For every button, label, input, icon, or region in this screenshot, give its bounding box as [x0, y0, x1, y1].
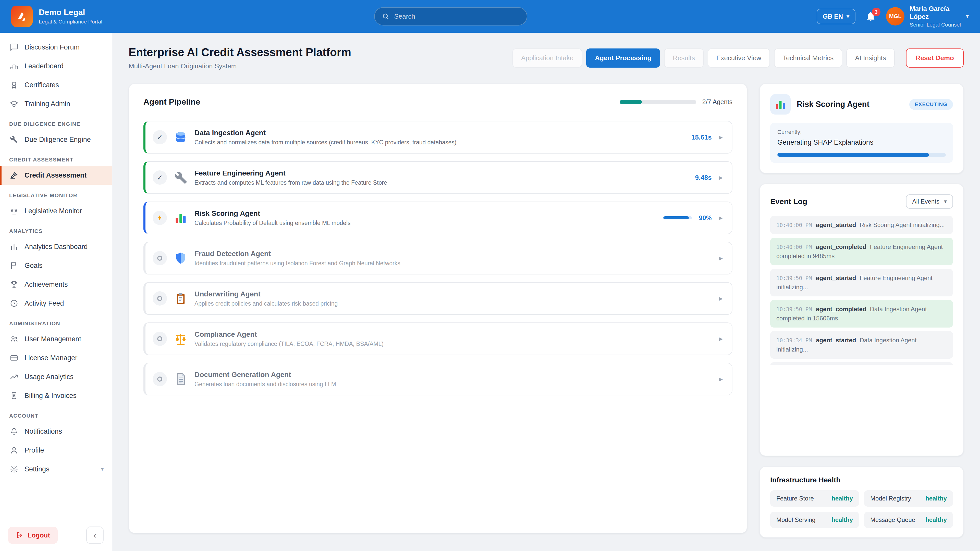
chevron-down-icon: ▾ [846, 13, 850, 20]
event-type: agent_started [816, 275, 856, 281]
tab-results[interactable]: Results [664, 48, 703, 68]
user-menu[interactable]: MGL María García López Senior Legal Coun… [886, 5, 969, 28]
event-filter-select[interactable]: All Events ▾ [906, 194, 953, 209]
sidebar-item-leaderboard[interactable]: Leaderboard [0, 57, 112, 76]
agent-row-risk-scoring[interactable]: Risk Scoring Agent Calculates Probabilit… [143, 202, 732, 234]
sidebar-item-license-manager[interactable]: License Manager [0, 348, 112, 367]
user-text: María García López Senior Legal Counsel [910, 5, 961, 28]
status-pending-icon [153, 332, 167, 346]
agent-row-compliance[interactable]: Compliance Agent Validates regulatory co… [143, 322, 732, 355]
sidebar-item-legislative-monitor[interactable]: Legislative Monitor [0, 202, 112, 221]
tab-ai-insights[interactable]: AI Insights [846, 48, 894, 68]
agent-row-document-generation[interactable]: Document Generation Agent Generates loan… [143, 363, 732, 395]
event-message: Risk Scoring Agent initializing... [859, 221, 945, 228]
sidebar-item-analytics-dashboard[interactable]: Analytics Dashboard [0, 237, 112, 256]
agent-description: Validates regulatory compliance (TILA, E… [194, 341, 383, 348]
agent-description: Extracts and computes ML features from r… [194, 179, 387, 186]
language-selector[interactable]: GB EN ▾ [817, 9, 856, 24]
forum-icon [10, 43, 18, 52]
sidebar-item-user-management[interactable]: User Management [0, 330, 112, 348]
chevron-down-icon: ▾ [944, 198, 947, 205]
training-icon [10, 100, 18, 108]
event-time: 10:39:50 PM [776, 306, 812, 313]
sidebar-item-label: Notifications [24, 427, 62, 435]
event-filter-value: All Events [912, 198, 939, 205]
tab-agent-processing[interactable]: Agent Processing [586, 48, 660, 68]
event-type: agent_started [816, 337, 856, 344]
sidebar-item-goals[interactable]: Goals [0, 256, 112, 275]
sidebar-item-notifications[interactable]: Notifications [0, 422, 112, 441]
agent-description: Collects and normalizes data from multip… [194, 139, 457, 146]
sidebar-item-label: Profile [24, 446, 44, 454]
agent-progress-track [663, 216, 692, 219]
expand-row-icon[interactable]: ▶ [719, 175, 723, 181]
infra-status: healthy [832, 516, 853, 524]
database-icon [174, 130, 187, 144]
agent-name: Fraud Detection Agent [194, 250, 401, 258]
infra-label: Model Registry [870, 495, 911, 502]
tab-technical-metrics[interactable]: Technical Metrics [774, 48, 842, 68]
sidebar-item-discussion-forum[interactable]: Discussion Forum [0, 38, 112, 57]
agent-duration: 15.61s [691, 133, 712, 141]
agent-info: Feature Engineering Agent Extracts and c… [194, 169, 387, 186]
sidebar-item-profile[interactable]: Profile [0, 441, 112, 460]
event-time: 10:40:00 PM [776, 244, 812, 250]
status-pending-icon [153, 372, 167, 386]
sidebar-item-billing-invoices[interactable]: Billing & Invoices [0, 386, 112, 405]
search-input[interactable] [394, 13, 520, 21]
agent-info: Risk Scoring Agent Calculates Probabilit… [194, 210, 351, 227]
expand-row-icon[interactable]: ▶ [719, 336, 723, 342]
sidebar-item-achievements[interactable]: Achievements [0, 275, 112, 294]
trend-icon [10, 372, 18, 381]
sidebar-collapse-button[interactable]: ‹ [86, 527, 103, 544]
sidebar-item-credit-assessment[interactable]: Credit Assessment [0, 166, 112, 185]
event-log-card: Event Log All Events ▾ 10:40:00 PMagent_… [759, 184, 964, 456]
sidebar-section-title: DUE DILIGENCE ENGINE [0, 113, 112, 130]
agent-progress-fill [663, 216, 689, 219]
event-list[interactable]: 10:40:00 PMagent_startedRisk Scoring Age… [770, 216, 953, 365]
infra-label: Message Queue [870, 516, 915, 524]
chevron-down-icon: ▾ [101, 466, 103, 472]
infra-label: Feature Store [776, 495, 814, 502]
sidebar-nav: Discussion Forum Leaderboard Certificate… [0, 33, 112, 519]
sidebar-item-due-diligence-engine[interactable]: Due Diligence Engine [0, 130, 112, 149]
status-pending-icon [153, 251, 167, 265]
user-name: María García López [910, 5, 956, 21]
sidebar-section-title: ANALYTICS [0, 221, 112, 237]
expand-row-icon[interactable]: ▶ [719, 134, 723, 140]
sidebar-item-training-admin[interactable]: Training Admin [0, 94, 112, 113]
event-time: 10:39:50 PM [776, 275, 812, 281]
card-icon [10, 354, 18, 362]
logout-button[interactable]: Logout [8, 527, 58, 544]
sidebar-item-label: Usage Analytics [24, 373, 73, 381]
search-bar[interactable] [374, 7, 527, 25]
brand[interactable]: Demo Legal Legal & Compliance Portal [11, 6, 102, 27]
page-header: Enterprise AI Credit Assessment Platform… [129, 46, 964, 70]
sidebar-item-settings[interactable]: Settings ▾ [0, 460, 112, 478]
event-row: 10:40:00 PMagent_completedFeature Engine… [770, 238, 953, 265]
language-label: GB EN [823, 13, 843, 20]
agent-row-underwriting[interactable]: Underwriting Agent Applies credit polici… [143, 282, 732, 315]
tab-executive-view[interactable]: Executive View [708, 48, 770, 68]
agent-description: Identifies fraudulent patterns using Iso… [194, 260, 401, 267]
tab-application-intake[interactable]: Application Intake [512, 48, 582, 68]
agent-row-fraud-detection[interactable]: Fraud Detection Agent Identifies fraudul… [143, 242, 732, 275]
sidebar-item-usage-analytics[interactable]: Usage Analytics [0, 367, 112, 386]
sidebar-item-activity-feed[interactable]: Activity Feed [0, 294, 112, 313]
notifications-button[interactable]: 3 [865, 11, 876, 21]
event-log-header: Event Log All Events ▾ [770, 194, 953, 209]
reset-demo-button[interactable]: Reset Demo [906, 48, 964, 68]
agent-row-data-ingestion[interactable]: ✓ Data Ingestion Agent Collects and norm… [143, 121, 732, 154]
expand-row-icon[interactable]: ▶ [719, 215, 723, 221]
wrench-icon [10, 135, 18, 144]
sidebar-item-certificates[interactable]: Certificates [0, 76, 112, 94]
topbar-right-cluster: GB EN ▾ 3 MGL María García López Senior … [817, 5, 969, 28]
expand-row-icon[interactable]: ▶ [719, 376, 723, 382]
agent-row-feature-engineering[interactable]: ✓ Feature Engineering Agent Extracts and… [143, 161, 732, 194]
expand-row-icon[interactable]: ▶ [719, 295, 723, 302]
expand-row-icon[interactable]: ▶ [719, 255, 723, 261]
logout-icon [16, 531, 24, 539]
app-root: Demo Legal Legal & Compliance Portal GB … [0, 0, 980, 551]
sidebar: Discussion Forum Leaderboard Certificate… [0, 33, 112, 551]
sidebar-section-title: ADMINISTRATION [0, 313, 112, 330]
